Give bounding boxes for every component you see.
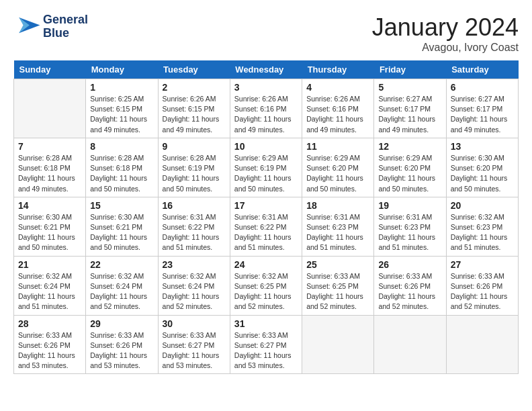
calendar-cell: 6Sunrise: 6:27 AMSunset: 6:17 PMDaylight…	[446, 79, 518, 138]
calendar-cell: 17Sunrise: 6:31 AMSunset: 6:22 PMDayligh…	[230, 197, 302, 256]
day-number: 16	[163, 200, 226, 211]
day-info: Sunrise: 6:27 AMSunset: 6:17 PMDaylight:…	[451, 94, 514, 135]
logo-icon	[13, 15, 40, 38]
day-info: Sunrise: 6:26 AMSunset: 6:16 PMDaylight:…	[306, 94, 369, 135]
day-info: Sunrise: 6:32 AMSunset: 6:24 PMDaylight:…	[90, 271, 153, 312]
day-number: 25	[306, 259, 369, 270]
day-info: Sunrise: 6:27 AMSunset: 6:17 PMDaylight:…	[378, 94, 441, 135]
day-number: 22	[90, 259, 153, 270]
calendar-cell: 26Sunrise: 6:33 AMSunset: 6:26 PMDayligh…	[374, 256, 446, 315]
calendar-cell: 19Sunrise: 6:31 AMSunset: 6:23 PMDayligh…	[374, 197, 446, 256]
day-info: Sunrise: 6:29 AMSunset: 6:20 PMDaylight:…	[306, 153, 369, 194]
calendar-cell: 27Sunrise: 6:33 AMSunset: 6:26 PMDayligh…	[446, 256, 518, 315]
day-number: 19	[378, 200, 441, 211]
calendar-cell: 14Sunrise: 6:30 AMSunset: 6:21 PMDayligh…	[14, 197, 86, 256]
day-info: Sunrise: 6:33 AMSunset: 6:27 PMDaylight:…	[163, 330, 226, 371]
day-number: 21	[18, 259, 81, 270]
day-info: Sunrise: 6:33 AMSunset: 6:27 PMDaylight:…	[234, 330, 298, 371]
day-header-saturday: Saturday	[446, 60, 518, 79]
calendar-cell: 8Sunrise: 6:28 AMSunset: 6:18 PMDaylight…	[86, 138, 158, 197]
logo-text: General Blue	[43, 13, 88, 40]
day-info: Sunrise: 6:33 AMSunset: 6:26 PMDaylight:…	[90, 330, 153, 371]
day-info: Sunrise: 6:29 AMSunset: 6:19 PMDaylight:…	[234, 153, 298, 194]
calendar-cell: 24Sunrise: 6:32 AMSunset: 6:25 PMDayligh…	[230, 256, 302, 315]
calendar-cell: 29Sunrise: 6:33 AMSunset: 6:26 PMDayligh…	[86, 315, 158, 374]
calendar-cell: 2Sunrise: 6:26 AMSunset: 6:15 PMDaylight…	[158, 79, 230, 138]
day-info: Sunrise: 6:26 AMSunset: 6:15 PMDaylight:…	[163, 94, 226, 135]
day-header-thursday: Thursday	[302, 60, 374, 79]
day-number: 28	[18, 318, 81, 329]
calendar-cell: 28Sunrise: 6:33 AMSunset: 6:26 PMDayligh…	[14, 315, 86, 374]
day-number: 27	[451, 259, 514, 270]
calendar-table: SundayMondayTuesdayWednesdayThursdayFrid…	[13, 60, 519, 374]
calendar-cell	[374, 315, 446, 374]
calendar-cell: 22Sunrise: 6:32 AMSunset: 6:24 PMDayligh…	[86, 256, 158, 315]
day-info: Sunrise: 6:26 AMSunset: 6:16 PMDaylight:…	[234, 94, 298, 135]
day-number: 1	[90, 82, 153, 93]
day-header-monday: Monday	[86, 60, 158, 79]
day-info: Sunrise: 6:32 AMSunset: 6:24 PMDaylight:…	[163, 271, 226, 312]
day-header-sunday: Sunday	[14, 60, 86, 79]
day-number: 14	[18, 200, 81, 211]
day-info: Sunrise: 6:32 AMSunset: 6:23 PMDaylight:…	[451, 212, 514, 253]
logo: General Blue	[13, 13, 88, 40]
week-row-4: 21Sunrise: 6:32 AMSunset: 6:24 PMDayligh…	[14, 256, 519, 315]
day-number: 13	[451, 141, 514, 152]
calendar-cell: 18Sunrise: 6:31 AMSunset: 6:23 PMDayligh…	[302, 197, 374, 256]
day-info: Sunrise: 6:33 AMSunset: 6:26 PMDaylight:…	[378, 271, 441, 312]
day-number: 5	[378, 82, 441, 93]
calendar-cell: 3Sunrise: 6:26 AMSunset: 6:16 PMDaylight…	[230, 79, 302, 138]
week-row-1: 1Sunrise: 6:25 AMSunset: 6:15 PMDaylight…	[14, 79, 519, 138]
calendar-cell: 12Sunrise: 6:29 AMSunset: 6:20 PMDayligh…	[374, 138, 446, 197]
logo-line1: General	[43, 13, 88, 27]
calendar-cell: 25Sunrise: 6:33 AMSunset: 6:25 PMDayligh…	[302, 256, 374, 315]
day-info: Sunrise: 6:29 AMSunset: 6:20 PMDaylight:…	[378, 153, 441, 194]
day-header-friday: Friday	[374, 60, 446, 79]
day-number: 23	[163, 259, 226, 270]
day-number: 12	[378, 141, 441, 152]
day-number: 3	[234, 82, 298, 93]
calendar-cell: 7Sunrise: 6:28 AMSunset: 6:18 PMDaylight…	[14, 138, 86, 197]
day-info: Sunrise: 6:31 AMSunset: 6:23 PMDaylight:…	[378, 212, 441, 253]
day-info: Sunrise: 6:31 AMSunset: 6:22 PMDaylight:…	[234, 212, 298, 253]
day-number: 26	[378, 259, 441, 270]
day-number: 29	[90, 318, 153, 329]
day-info: Sunrise: 6:28 AMSunset: 6:19 PMDaylight:…	[163, 153, 226, 194]
day-number: 4	[306, 82, 369, 93]
day-number: 31	[234, 318, 298, 329]
month-title: January 2024	[372, 13, 519, 42]
calendar-cell: 13Sunrise: 6:30 AMSunset: 6:20 PMDayligh…	[446, 138, 518, 197]
week-row-2: 7Sunrise: 6:28 AMSunset: 6:18 PMDaylight…	[14, 138, 519, 197]
day-info: Sunrise: 6:33 AMSunset: 6:26 PMDaylight:…	[451, 271, 514, 312]
calendar-cell: 9Sunrise: 6:28 AMSunset: 6:19 PMDaylight…	[158, 138, 230, 197]
calendar-cell: 21Sunrise: 6:32 AMSunset: 6:24 PMDayligh…	[14, 256, 86, 315]
logo-line2: Blue	[43, 27, 88, 40]
day-number: 8	[90, 141, 153, 152]
calendar-cell: 1Sunrise: 6:25 AMSunset: 6:15 PMDaylight…	[86, 79, 158, 138]
day-info: Sunrise: 6:30 AMSunset: 6:21 PMDaylight:…	[90, 212, 153, 253]
day-info: Sunrise: 6:32 AMSunset: 6:24 PMDaylight:…	[18, 271, 81, 312]
calendar-cell	[302, 315, 374, 374]
day-info: Sunrise: 6:33 AMSunset: 6:26 PMDaylight:…	[18, 330, 81, 371]
day-number: 20	[451, 200, 514, 211]
day-info: Sunrise: 6:31 AMSunset: 6:23 PMDaylight:…	[306, 212, 369, 253]
day-number: 10	[234, 141, 298, 152]
day-info: Sunrise: 6:25 AMSunset: 6:15 PMDaylight:…	[90, 94, 153, 135]
day-number: 17	[234, 200, 298, 211]
calendar-cell: 5Sunrise: 6:27 AMSunset: 6:17 PMDaylight…	[374, 79, 446, 138]
calendar-cell: 31Sunrise: 6:33 AMSunset: 6:27 PMDayligh…	[230, 315, 302, 374]
day-header-wednesday: Wednesday	[230, 60, 302, 79]
calendar-cell: 16Sunrise: 6:31 AMSunset: 6:22 PMDayligh…	[158, 197, 230, 256]
day-info: Sunrise: 6:30 AMSunset: 6:20 PMDaylight:…	[451, 153, 514, 194]
day-number: 11	[306, 141, 369, 152]
title-block: January 2024 Avagou, Ivory Coast	[372, 13, 519, 54]
day-number: 6	[451, 82, 514, 93]
day-info: Sunrise: 6:33 AMSunset: 6:25 PMDaylight:…	[306, 271, 369, 312]
day-info: Sunrise: 6:28 AMSunset: 6:18 PMDaylight:…	[18, 153, 81, 194]
calendar-cell: 10Sunrise: 6:29 AMSunset: 6:19 PMDayligh…	[230, 138, 302, 197]
day-info: Sunrise: 6:31 AMSunset: 6:22 PMDaylight:…	[163, 212, 226, 253]
calendar-cell: 11Sunrise: 6:29 AMSunset: 6:20 PMDayligh…	[302, 138, 374, 197]
day-header-tuesday: Tuesday	[158, 60, 230, 79]
calendar-cell	[14, 79, 86, 138]
day-info: Sunrise: 6:28 AMSunset: 6:18 PMDaylight:…	[90, 153, 153, 194]
